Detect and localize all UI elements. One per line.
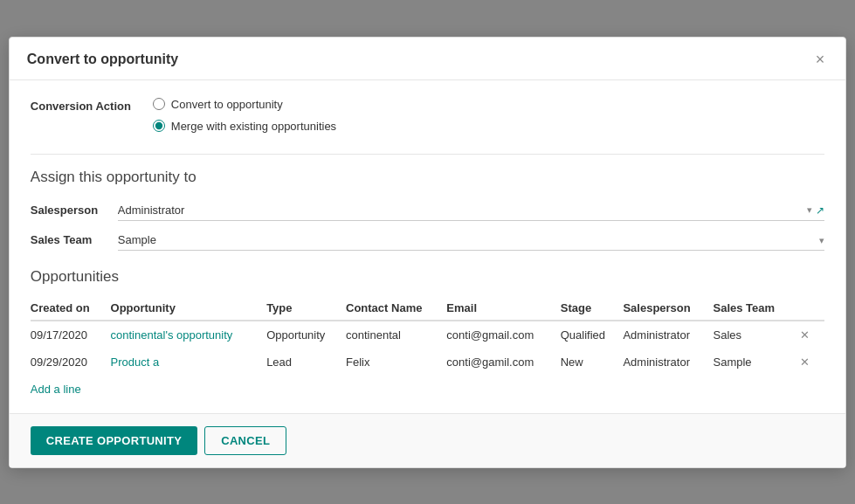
add-line-button[interactable]: Add a line (31, 376, 81, 396)
cell-salesperson-1: Administrator (623, 321, 713, 349)
salesperson-select-icons: ▾ ↗ (807, 204, 824, 217)
opportunities-title: Opportunities (31, 268, 824, 286)
cell-type-2: Lead (266, 349, 346, 376)
assign-title: Assign this opportunity to (31, 169, 824, 186)
opportunities-table: Created on Opportunity Type Contact Name… (31, 296, 824, 376)
opportunity-link-2[interactable]: Product a (111, 356, 160, 369)
salesperson-select[interactable]: Administrator (118, 200, 824, 221)
radio-option-convert[interactable]: Convert to opportunity (153, 98, 336, 111)
cell-sales-team-1: Sales (714, 321, 796, 349)
create-opportunity-button[interactable]: CREATE OPPORTUNITY (31, 426, 197, 455)
sales-team-select-icons: ▾ (819, 234, 824, 245)
modal-title: Convert to opportunity (27, 52, 178, 67)
col-stage: Stage (561, 296, 624, 321)
cell-email-1: conti@gmail.com (446, 321, 560, 349)
external-link-icon[interactable]: ↗ (816, 204, 824, 217)
cell-created-on-1: 09/17/2020 (31, 321, 111, 349)
cell-delete-1: ✕ (796, 321, 825, 349)
col-opportunity: Opportunity (111, 296, 267, 321)
sales-team-select[interactable]: Sample (118, 230, 824, 251)
salesperson-field: Administrator ▾ ↗ (118, 200, 824, 221)
radio-option-merge[interactable]: Merge with existing opportunities (153, 120, 336, 133)
table-body: 09/17/2020 continental's opportunity Opp… (31, 321, 824, 376)
col-email: Email (446, 296, 560, 321)
cell-contact-2: Felix (346, 349, 446, 376)
cancel-button[interactable]: CANCEL (204, 426, 286, 455)
cell-email-2: conti@gamil.com (446, 349, 560, 376)
convert-opportunity-modal: Convert to opportunity × Conversion Acti… (9, 37, 846, 468)
radio-merge-label: Merge with existing opportunities (171, 120, 336, 133)
col-contact-name: Contact Name (346, 296, 446, 321)
cell-opportunity-2: Product a (111, 349, 267, 376)
chevron-down-icon-2: ▾ (819, 234, 824, 245)
table-header: Created on Opportunity Type Contact Name… (31, 296, 824, 321)
conversion-action-row: Conversion Action Convert to opportunity… (31, 98, 824, 133)
delete-row-2-button[interactable]: ✕ (796, 354, 813, 370)
cell-delete-2: ✕ (796, 349, 825, 376)
modal-overlay: Convert to opportunity × Conversion Acti… (0, 0, 855, 504)
table-row: 09/29/2020 Product a Lead Felix conti@ga… (31, 349, 824, 376)
cell-stage-1: Qualified (561, 321, 624, 349)
col-type: Type (266, 296, 346, 321)
modal-body: Conversion Action Convert to opportunity… (10, 80, 845, 413)
sales-team-label: Sales Team (31, 233, 118, 246)
cell-salesperson-2: Administrator (623, 349, 713, 376)
cell-contact-1: continental (346, 321, 446, 349)
table-row: 09/17/2020 continental's opportunity Opp… (31, 321, 824, 349)
radio-convert-label: Convert to opportunity (171, 98, 283, 111)
cell-created-on-2: 09/29/2020 (31, 349, 111, 376)
cell-type-1: Opportunity (266, 321, 346, 349)
modal-footer: CREATE OPPORTUNITY CANCEL (10, 413, 845, 467)
delete-row-1-button[interactable]: ✕ (796, 327, 813, 343)
chevron-down-icon: ▾ (807, 204, 812, 216)
modal-header: Convert to opportunity × (10, 38, 845, 80)
conversion-action-label: Conversion Action (31, 98, 153, 113)
salesperson-label: Salesperson (31, 204, 118, 217)
salesperson-row: Salesperson Administrator ▾ ↗ (31, 200, 824, 221)
sales-team-field: Sample ▾ (118, 230, 824, 251)
divider-1 (31, 154, 824, 155)
col-salesperson: Salesperson (623, 296, 713, 321)
col-sales-team: Sales Team (714, 296, 796, 321)
opportunities-section: Opportunities Created on Opportunity Typ… (31, 268, 824, 396)
col-actions (796, 296, 825, 321)
assign-section: Assign this opportunity to Salesperson A… (31, 169, 824, 251)
close-button[interactable]: × (812, 50, 829, 69)
sales-team-row: Sales Team Sample ▾ (31, 230, 824, 251)
col-created-on: Created on (31, 296, 111, 321)
radio-merge[interactable] (153, 120, 165, 132)
cell-sales-team-2: Sample (714, 349, 796, 376)
radio-convert[interactable] (153, 98, 165, 110)
cell-opportunity-1: continental's opportunity (111, 321, 267, 349)
radio-group: Convert to opportunity Merge with existi… (153, 98, 336, 133)
cell-stage-2: New (561, 349, 624, 376)
table-header-row: Created on Opportunity Type Contact Name… (31, 296, 824, 321)
opportunity-link-1[interactable]: continental's opportunity (111, 328, 233, 342)
